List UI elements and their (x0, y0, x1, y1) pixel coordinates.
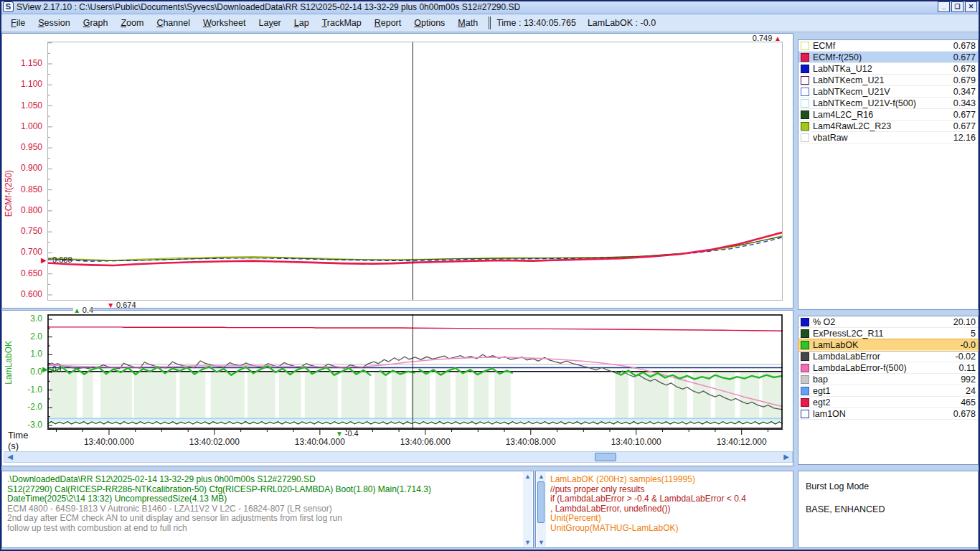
series-egt2 (47, 327, 783, 331)
channel-row-ExPressL2C_R11[interactable]: ExPressL2C_R115 (798, 328, 978, 339)
channel-color-swatch (801, 88, 809, 96)
channel-name: LabNTKecm_U21V-f(500) (813, 98, 953, 108)
info-line: UnitGroup(MATHUG-LamLabOK) (550, 524, 790, 534)
menu-trackmap[interactable]: TrackMap (316, 16, 368, 30)
ytick-label: 0.750 (6, 226, 42, 236)
menu-file[interactable]: File (4, 16, 32, 30)
channel-value: -0.02 (956, 352, 976, 362)
menu-channel[interactable]: Channel (150, 16, 197, 30)
ytick-label: 0.600 (6, 289, 42, 299)
info-line: 2nd day after ECM check AN to unit displ… (7, 514, 520, 524)
time-tick-label: 13:40:12.000 (702, 437, 781, 447)
channel-name: bap (813, 375, 961, 385)
time-scrollbar[interactable]: ◀ ▶ (4, 451, 793, 463)
time-tick-label: 13:40:02.000 (175, 437, 254, 447)
channel-color-swatch (801, 410, 809, 418)
top-chart-plot[interactable] (47, 42, 783, 301)
ytick-label: 1.050 (6, 100, 42, 110)
channel-row-Lam4RawL2C_R23[interactable]: Lam4RawL2C_R230.677 (798, 121, 978, 132)
menu-layer[interactable]: Layer (252, 16, 287, 30)
info-line: .\DownloadedData\RR S12\2025-02-14 13-32… (7, 475, 520, 485)
channel-name: LabNTKa_U12 (813, 64, 953, 74)
ytick-label: 0.800 (6, 205, 42, 215)
channel-color-swatch (801, 387, 809, 395)
channel-value: 0.347 (953, 87, 976, 97)
channel-name: LambdaLabError-f(500) (813, 363, 959, 373)
channel-row-LambdaLabError-f(500)[interactable]: LambdaLabError-f(500)0.11 (798, 362, 978, 374)
scroll-left-icon[interactable]: ◀ (5, 452, 15, 462)
bottom-chart-panel[interactable]: LamLabOK 3.02.01.00.0-1.0-2.0-3.0 13:40:… (1, 310, 793, 466)
channel-row-egt1[interactable]: egt124 (798, 385, 978, 397)
menu-graph[interactable]: Graph (77, 16, 115, 30)
bottom-chart-left-edge-marker: ▶ (42, 365, 48, 373)
channel-row-LabNTKa_U12[interactable]: LabNTKa_U120.678 (798, 63, 978, 75)
menu-report[interactable]: Report (368, 16, 408, 30)
channel-color-swatch (801, 364, 809, 372)
channel-color-swatch (801, 352, 809, 361)
ytick-label: -2.0 (6, 402, 42, 412)
channel-row-LabNTKecm_U21V[interactable]: LabNTKecm_U21V0.347 (798, 86, 978, 98)
close-button[interactable]: ✕ (965, 1, 977, 12)
info-line: LamLabOK (200Hz) samples(119995) (550, 475, 790, 485)
series-Lam4L2C_R16 (47, 237, 783, 261)
bottom-chart-max-marker: ▲ 0.4 (73, 306, 93, 314)
status-time: Time : 13:40:05.765 (496, 18, 576, 28)
menu-math[interactable]: Math (451, 16, 484, 30)
channel-row-bap[interactable]: bap992 (798, 374, 978, 385)
menu-lap[interactable]: Lap (288, 16, 316, 30)
menu-options[interactable]: Options (407, 16, 451, 30)
channel-color-swatch (801, 42, 809, 50)
restore-button[interactable]: ❏ (951, 1, 963, 12)
info-line: follow up test with combustion at end to… (7, 524, 520, 534)
channel-row-LambdaLabError[interactable]: LambdaLabError-0.02 (798, 351, 978, 362)
top-chart-panel[interactable]: ECMf-f(250) 1.1501.1001.0501.0000.9500.9… (1, 33, 793, 309)
channel-row-lam1ON[interactable]: lam1ON0.678 (798, 408, 978, 420)
time-scrollbar-thumb[interactable] (595, 453, 616, 461)
menu-zoom[interactable]: Zoom (114, 16, 150, 30)
scroll-up-icon[interactable]: ▲ (523, 472, 532, 481)
scroll-down-icon[interactable]: ▼ (537, 538, 546, 547)
ytick-label: 1.100 (6, 79, 42, 89)
math-scrollbar[interactable]: ▲ ▼ (537, 472, 546, 547)
channel-row-LabNTKecm_U21[interactable]: LabNTKecm_U210.679 (798, 75, 978, 86)
channel-value: -0.0 (960, 340, 976, 350)
channel-row-ECMf-f(250)[interactable]: ECMf-f(250)0.677 (798, 52, 978, 63)
app-logo-icon: S (3, 1, 14, 12)
scroll-up-icon[interactable]: ▲ (537, 472, 546, 481)
channel-value: 0.677 (953, 121, 976, 131)
bottom-chart-ylabel: LamLabOK (4, 341, 14, 385)
channel-row-Lam4L2C_R16[interactable]: Lam4L2C_R160.677 (798, 109, 978, 121)
channel-name: % O2 (813, 317, 953, 327)
channel-row-% O2[interactable]: % O220.10 (798, 316, 978, 328)
ytick-label: 0.900 (6, 163, 42, 173)
burst-log-title: Burst Log Mode (806, 481, 971, 491)
channel-name: Lam4L2C_R16 (813, 110, 953, 120)
bottom-chart-min-marker: ▼ -0.4 (336, 429, 359, 438)
bottom-chart-left-edge-value: 0.1 (52, 365, 62, 373)
bottom-chart-plot[interactable] (47, 314, 783, 429)
channel-row-ECMf[interactable]: ECMf0.678 (798, 40, 978, 52)
channel-name: LabNTKecm_U21V (813, 87, 953, 97)
channel-color-swatch (801, 65, 809, 73)
scroll-down-icon[interactable]: ▼ (523, 538, 532, 547)
channel-name: egt2 (813, 397, 961, 408)
info-line: S12(27290) Cal(RICESP-RR286-NTKcalibrati… (7, 485, 520, 495)
channel-name: LamLabOK (813, 340, 960, 350)
channel-value: 465 (961, 397, 976, 408)
minimize-button[interactable]: _ (938, 1, 950, 12)
menu-session[interactable]: Session (32, 16, 76, 30)
channel-row-LabNTKecm_U21V-f(500)[interactable]: LabNTKecm_U21V-f(500)0.343 (798, 98, 978, 109)
menu-worksheet[interactable]: Worksheet (197, 16, 253, 30)
time-tick-label: 13:40:08.000 (491, 437, 570, 447)
channel-name: lam1ON (813, 409, 953, 419)
math-scrollbar-thumb[interactable] (537, 481, 545, 523)
channel-row-LamLabOK[interactable]: LamLabOK-0.0 (798, 339, 978, 351)
math-channel-panel: ▲ ▼ LamLabOK (200Hz) samples(119995)//pu… (535, 471, 793, 548)
channel-row-vbatRaw[interactable]: vbatRaw12.16 (798, 132, 978, 143)
channel-row-egt2[interactable]: egt2465 (798, 397, 978, 408)
top-chart-left-edge-value: 0.688 (52, 255, 72, 264)
scroll-right-icon[interactable]: ▶ (781, 452, 791, 462)
session-scrollbar[interactable]: ▲ ▼ (523, 472, 532, 547)
channel-color-swatch (801, 398, 809, 407)
time-tick-label: 13:40:00.000 (70, 437, 149, 447)
